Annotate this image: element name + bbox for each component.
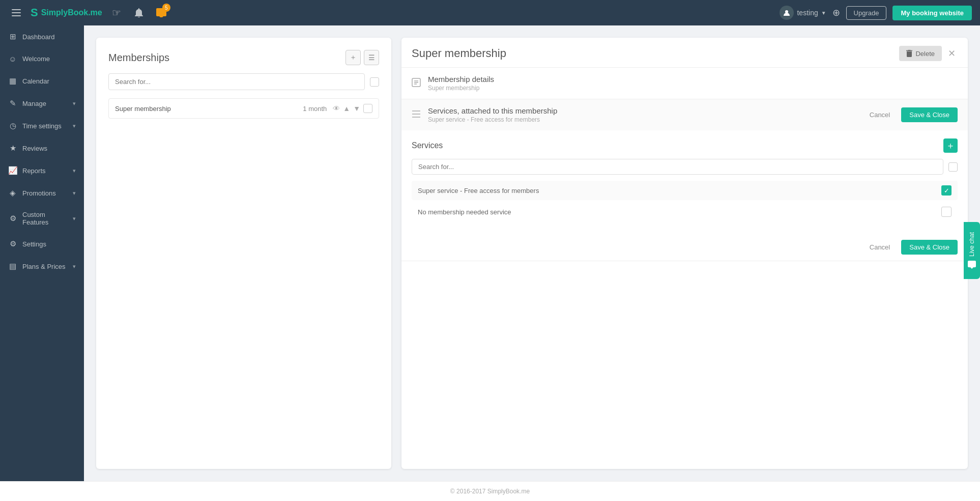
- memberships-panel: Memberships ＋ ☰ Super membership 1 month…: [96, 38, 391, 469]
- membership-duration: 1 month: [303, 105, 327, 113]
- services-list-icon: [412, 110, 421, 120]
- main-layout: ⊞ Dashboard ☺ Welcome ▦ Calendar ✎ Manag…: [0, 25, 980, 481]
- cursor-icon[interactable]: ☞: [108, 5, 125, 21]
- services-cancel-button[interactable]: Cancel: [863, 107, 896, 122]
- membership-row: Super membership 1 month 👁 ▲ ▼: [108, 98, 379, 119]
- custom-features-arrow: ▾: [73, 215, 76, 222]
- upgrade-button[interactable]: Upgrade: [846, 6, 887, 20]
- sidebar-item-manage[interactable]: ✎ Manage ▾: [0, 92, 84, 115]
- service-name-0: Super service - Free access for members: [418, 187, 941, 194]
- services-bottom-cancel-button[interactable]: Cancel: [863, 240, 896, 255]
- membership-checkbox[interactable]: [363, 104, 372, 113]
- services-search-input[interactable]: [412, 159, 943, 175]
- add-service-button[interactable]: ＋: [943, 138, 958, 153]
- live-chat-label: Live chat: [968, 232, 975, 257]
- sidebar-item-plans-prices[interactable]: ▤ Plans & Prices ▾: [0, 255, 84, 277]
- delete-button[interactable]: Delete: [899, 46, 942, 61]
- chat-badge: 5: [162, 4, 170, 12]
- services-select-all-checkbox[interactable]: [948, 162, 958, 172]
- reviews-icon: ★: [8, 144, 17, 153]
- list-view-button[interactable]: ☰: [364, 50, 379, 65]
- services-bottom-actions: Cancel Save & Close: [401, 234, 968, 261]
- service-row-0: Super service - Free access for members …: [412, 181, 958, 200]
- dashboard-icon: ⊞: [8, 32, 17, 41]
- memberships-title: Memberships: [108, 52, 169, 64]
- services-title: Services: [412, 141, 443, 150]
- user-menu[interactable]: testing ▼: [780, 6, 826, 20]
- sidebar-item-reports[interactable]: 📈 Reports ▾: [0, 159, 84, 182]
- reports-arrow: ▾: [73, 168, 76, 174]
- move-up-icon[interactable]: ▲: [343, 104, 350, 113]
- manage-arrow: ▾: [73, 100, 76, 107]
- logo-text: SimplyBook.me: [41, 8, 102, 17]
- settings-icon: ⚙: [8, 239, 17, 248]
- services-save-close-button[interactable]: Save & Close: [901, 107, 958, 122]
- nav-right: testing ▼ ⊕ Upgrade My booking website: [780, 6, 972, 20]
- calendar-icon: ▦: [8, 76, 17, 86]
- chat-button[interactable]: 5: [153, 5, 169, 21]
- sidebar-item-time-settings[interactable]: ◷ Time settings ▾: [0, 115, 84, 137]
- top-navigation: S SimplyBook.me ☞ 5 testing ▼ ⊕ Upgrad: [0, 0, 980, 25]
- move-down-icon[interactable]: ▼: [353, 104, 360, 113]
- user-name: testing: [797, 9, 818, 17]
- services-search-row: [412, 159, 958, 175]
- service-checkbox-0[interactable]: ✓: [941, 185, 952, 196]
- membership-details-text: Membership details Super membership: [428, 75, 958, 92]
- membership-actions: 👁 ▲ ▼: [333, 104, 372, 113]
- super-membership-panel: Super membership Delete ✕ Membership: [401, 38, 968, 469]
- services-header: Services ＋: [412, 138, 958, 153]
- svg-rect-2: [12, 15, 21, 16]
- membership-name: Super membership: [115, 105, 303, 113]
- membership-details-icon: [412, 78, 421, 89]
- nav-left: S SimplyBook.me ☞ 5: [8, 5, 169, 21]
- services-bottom-save-close-button[interactable]: Save & Close: [901, 240, 958, 255]
- plans-arrow: ▾: [73, 263, 76, 270]
- reports-icon: 📈: [8, 166, 17, 175]
- services-section: Services, attached to this membership Su…: [401, 99, 968, 261]
- memberships-search-input[interactable]: [108, 73, 365, 90]
- logo[interactable]: S SimplyBook.me: [31, 6, 102, 19]
- super-membership-title: Super membership: [412, 47, 506, 60]
- membership-details-section: Membership details Super membership: [401, 68, 968, 99]
- close-panel-button[interactable]: ✕: [946, 46, 958, 61]
- sidebar-item-custom-features[interactable]: ⚙ Custom Features ▾: [0, 204, 84, 233]
- super-membership-header: Super membership Delete ✕: [401, 38, 968, 68]
- check-mark-icon: ✓: [944, 187, 949, 194]
- sidebar: ⊞ Dashboard ☺ Welcome ▦ Calendar ✎ Manag…: [0, 25, 84, 481]
- hamburger-menu-button[interactable]: [8, 5, 24, 21]
- memberships-select-all-checkbox[interactable]: [370, 77, 379, 87]
- memberships-title-bar: Memberships ＋ ☰: [108, 50, 379, 65]
- services-accordion-body: Services ＋ Super service - Free access f…: [401, 130, 968, 234]
- booking-website-button[interactable]: My booking website: [892, 6, 972, 20]
- promotions-icon: ◈: [8, 188, 17, 198]
- sidebar-item-welcome[interactable]: ☺ Welcome: [0, 48, 84, 70]
- services-section-header[interactable]: Services, attached to this membership Su…: [401, 99, 968, 130]
- sidebar-item-dashboard[interactable]: ⊞ Dashboard: [0, 25, 84, 48]
- memberships-title-actions: ＋ ☰: [345, 50, 379, 65]
- sidebar-item-reviews[interactable]: ★ Reviews: [0, 137, 84, 159]
- notifications-button[interactable]: [131, 5, 147, 21]
- logo-icon: S: [31, 6, 38, 19]
- language-button[interactable]: ⊕: [832, 7, 840, 18]
- welcome-icon: ☺: [8, 54, 17, 63]
- footer: © 2016-2017 SimplyBook.me: [0, 481, 980, 501]
- time-settings-icon: ◷: [8, 121, 17, 130]
- svg-rect-1: [12, 12, 21, 13]
- sidebar-item-calendar[interactable]: ▦ Calendar: [0, 70, 84, 92]
- user-avatar: [780, 6, 794, 20]
- sidebar-item-settings[interactable]: ⚙ Settings: [0, 233, 84, 255]
- custom-features-icon: ⚙: [8, 214, 17, 223]
- content-area: Memberships ＋ ☰ Super membership 1 month…: [84, 25, 980, 481]
- membership-details-header[interactable]: Membership details Super membership: [401, 68, 968, 99]
- add-membership-button[interactable]: ＋: [345, 50, 361, 65]
- service-name-1: No membership needed service: [418, 208, 941, 216]
- service-checkbox-1[interactable]: [941, 207, 952, 217]
- promotions-arrow: ▾: [73, 190, 76, 197]
- super-membership-header-actions: Delete ✕: [899, 46, 958, 61]
- services-section-actions: Cancel Save & Close: [863, 107, 958, 122]
- svg-rect-0: [12, 9, 21, 10]
- sidebar-item-promotions[interactable]: ◈ Promotions ▾: [0, 182, 84, 204]
- user-dropdown-arrow: ▼: [821, 10, 826, 16]
- live-chat-button[interactable]: Live chat: [964, 222, 980, 279]
- visibility-icon[interactable]: 👁: [333, 104, 340, 113]
